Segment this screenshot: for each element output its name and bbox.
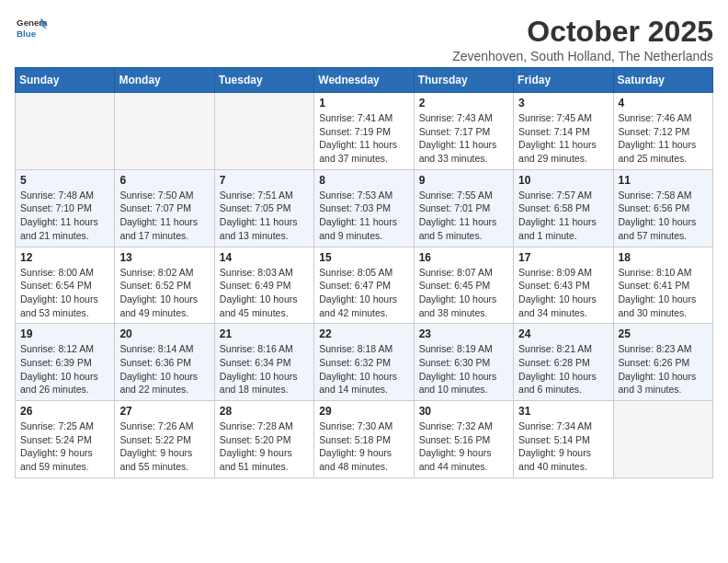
- calendar-cell: 17Sunrise: 8:09 AMSunset: 6:43 PMDayligh…: [514, 247, 613, 324]
- day-info: Sunrise: 8:09 AMSunset: 6:43 PMDaylight:…: [518, 266, 608, 320]
- day-info: Sunrise: 7:53 AMSunset: 7:03 PMDaylight:…: [319, 189, 408, 243]
- day-number: 21: [220, 327, 309, 340]
- day-info: Sunrise: 8:00 AMSunset: 6:54 PMDaylight:…: [20, 266, 109, 320]
- day-info: Sunrise: 7:26 AMSunset: 5:22 PMDaylight:…: [119, 419, 209, 474]
- day-number: 9: [419, 174, 508, 187]
- calendar-cell: [115, 93, 214, 170]
- calendar-cell: 3Sunrise: 7:45 AMSunset: 7:14 PMDaylight…: [514, 93, 613, 170]
- weekday-header-tuesday: Tuesday: [214, 68, 313, 93]
- calendar-week-row: 5Sunrise: 7:48 AMSunset: 7:10 PMDaylight…: [16, 169, 713, 247]
- calendar-cell: 14Sunrise: 8:03 AMSunset: 6:49 PMDayligh…: [214, 247, 313, 324]
- calendar-cell: 30Sunrise: 7:32 AMSunset: 5:16 PMDayligh…: [414, 401, 513, 478]
- calendar-cell: 18Sunrise: 8:10 AMSunset: 6:41 PMDayligh…: [613, 247, 712, 324]
- weekday-header-monday: Monday: [115, 68, 214, 93]
- calendar-week-row: 1Sunrise: 7:41 AMSunset: 7:19 PMDaylight…: [16, 93, 713, 170]
- day-number: 14: [220, 251, 309, 264]
- calendar-cell: 9Sunrise: 7:55 AMSunset: 7:01 PMDaylight…: [414, 169, 513, 247]
- day-info: Sunrise: 7:58 AMSunset: 6:56 PMDaylight:…: [619, 189, 708, 243]
- calendar-cell: 2Sunrise: 7:43 AMSunset: 7:17 PMDaylight…: [414, 93, 513, 170]
- calendar-cell: 20Sunrise: 8:14 AMSunset: 6:36 PMDayligh…: [115, 324, 214, 401]
- weekday-header-wednesday: Wednesday: [314, 68, 414, 93]
- calendar-cell: 8Sunrise: 7:53 AMSunset: 7:03 PMDaylight…: [314, 169, 414, 247]
- day-number: 6: [119, 174, 209, 187]
- calendar-cell: 1Sunrise: 7:41 AMSunset: 7:19 PMDaylight…: [314, 93, 414, 170]
- day-number: 30: [419, 405, 508, 418]
- day-number: 3: [518, 97, 608, 109]
- day-number: 25: [619, 327, 708, 340]
- day-number: 29: [319, 405, 408, 418]
- day-number: 22: [319, 327, 408, 340]
- day-number: 19: [20, 327, 109, 340]
- day-info: Sunrise: 8:07 AMSunset: 6:45 PMDaylight:…: [419, 266, 508, 320]
- day-info: Sunrise: 7:51 AMSunset: 7:05 PMDaylight:…: [220, 189, 309, 243]
- day-info: Sunrise: 7:41 AMSunset: 7:19 PMDaylight:…: [319, 111, 408, 166]
- calendar-cell: 23Sunrise: 8:19 AMSunset: 6:30 PMDayligh…: [414, 324, 513, 401]
- day-number: 31: [518, 405, 608, 418]
- calendar-week-row: 19Sunrise: 8:12 AMSunset: 6:39 PMDayligh…: [16, 324, 713, 401]
- day-number: 18: [619, 251, 708, 264]
- day-number: 4: [619, 97, 708, 109]
- day-number: 17: [518, 251, 608, 264]
- calendar-cell: 4Sunrise: 7:46 AMSunset: 7:12 PMDaylight…: [613, 93, 712, 170]
- day-info: Sunrise: 7:34 AMSunset: 5:14 PMDaylight:…: [518, 419, 608, 474]
- day-number: 11: [619, 174, 708, 187]
- calendar-cell: [214, 93, 313, 170]
- day-number: 2: [419, 97, 508, 109]
- day-info: Sunrise: 8:23 AMSunset: 6:26 PMDaylight:…: [619, 342, 708, 396]
- logo: General Blue: [15, 15, 48, 42]
- calendar-cell: 24Sunrise: 8:21 AMSunset: 6:28 PMDayligh…: [514, 324, 613, 401]
- calendar-cell: 31Sunrise: 7:34 AMSunset: 5:14 PMDayligh…: [514, 401, 613, 478]
- day-info: Sunrise: 7:30 AMSunset: 5:18 PMDaylight:…: [319, 419, 408, 474]
- day-info: Sunrise: 8:18 AMSunset: 6:32 PMDaylight:…: [319, 342, 408, 396]
- day-info: Sunrise: 8:21 AMSunset: 6:28 PMDaylight:…: [518, 342, 608, 396]
- calendar-table: SundayMondayTuesdayWednesdayThursdayFrid…: [15, 67, 713, 478]
- page-header: General Blue October 2025 Zevenhoven, So…: [15, 15, 713, 63]
- day-info: Sunrise: 8:19 AMSunset: 6:30 PMDaylight:…: [419, 342, 508, 396]
- day-info: Sunrise: 7:45 AMSunset: 7:14 PMDaylight:…: [518, 111, 608, 166]
- calendar-cell: 7Sunrise: 7:51 AMSunset: 7:05 PMDaylight…: [214, 169, 313, 247]
- weekday-header-sunday: Sunday: [16, 68, 115, 93]
- calendar-cell: 10Sunrise: 7:57 AMSunset: 6:58 PMDayligh…: [514, 169, 613, 247]
- day-number: 23: [419, 327, 508, 340]
- calendar-cell: 19Sunrise: 8:12 AMSunset: 6:39 PMDayligh…: [16, 324, 115, 401]
- day-info: Sunrise: 8:03 AMSunset: 6:49 PMDaylight:…: [220, 266, 309, 320]
- day-number: 24: [518, 327, 608, 340]
- calendar-cell: 26Sunrise: 7:25 AMSunset: 5:24 PMDayligh…: [16, 401, 115, 478]
- calendar-cell: 29Sunrise: 7:30 AMSunset: 5:18 PMDayligh…: [314, 401, 414, 478]
- logo-icon: General Blue: [15, 15, 48, 42]
- calendar-cell: 16Sunrise: 8:07 AMSunset: 6:45 PMDayligh…: [414, 247, 513, 324]
- day-number: 10: [518, 174, 608, 187]
- calendar-cell: 27Sunrise: 7:26 AMSunset: 5:22 PMDayligh…: [115, 401, 214, 478]
- day-info: Sunrise: 8:10 AMSunset: 6:41 PMDaylight:…: [619, 266, 708, 320]
- calendar-cell: 22Sunrise: 8:18 AMSunset: 6:32 PMDayligh…: [314, 324, 414, 401]
- calendar-week-row: 12Sunrise: 8:00 AMSunset: 6:54 PMDayligh…: [16, 247, 713, 324]
- day-info: Sunrise: 7:48 AMSunset: 7:10 PMDaylight:…: [20, 189, 109, 243]
- weekday-header-thursday: Thursday: [414, 68, 513, 93]
- weekday-header-friday: Friday: [514, 68, 613, 93]
- day-number: 28: [220, 405, 309, 418]
- calendar-cell: 28Sunrise: 7:28 AMSunset: 5:20 PMDayligh…: [214, 401, 313, 478]
- calendar-cell: 15Sunrise: 8:05 AMSunset: 6:47 PMDayligh…: [314, 247, 414, 324]
- day-info: Sunrise: 8:16 AMSunset: 6:34 PMDaylight:…: [220, 342, 309, 396]
- day-number: 15: [319, 251, 408, 264]
- calendar-week-row: 26Sunrise: 7:25 AMSunset: 5:24 PMDayligh…: [16, 401, 713, 478]
- day-number: 16: [419, 251, 508, 264]
- calendar-cell: [613, 401, 712, 478]
- day-info: Sunrise: 7:57 AMSunset: 6:58 PMDaylight:…: [518, 189, 608, 243]
- day-number: 13: [119, 251, 209, 264]
- day-number: 26: [20, 405, 109, 418]
- day-info: Sunrise: 7:25 AMSunset: 5:24 PMDaylight:…: [20, 419, 109, 474]
- day-info: Sunrise: 7:46 AMSunset: 7:12 PMDaylight:…: [619, 111, 708, 166]
- weekday-header-saturday: Saturday: [613, 68, 712, 93]
- title-block: October 2025 Zevenhoven, South Holland, …: [452, 15, 713, 63]
- calendar-cell: 6Sunrise: 7:50 AMSunset: 7:07 PMDaylight…: [115, 169, 214, 247]
- weekday-header-row: SundayMondayTuesdayWednesdayThursdayFrid…: [16, 68, 713, 93]
- day-number: 7: [220, 174, 309, 187]
- day-info: Sunrise: 8:05 AMSunset: 6:47 PMDaylight:…: [319, 266, 408, 320]
- day-number: 12: [20, 251, 109, 264]
- month-title: October 2025: [452, 15, 713, 49]
- day-number: 27: [119, 405, 209, 418]
- calendar-cell: 25Sunrise: 8:23 AMSunset: 6:26 PMDayligh…: [613, 324, 712, 401]
- calendar-cell: 12Sunrise: 8:00 AMSunset: 6:54 PMDayligh…: [16, 247, 115, 324]
- day-info: Sunrise: 7:28 AMSunset: 5:20 PMDaylight:…: [220, 419, 309, 474]
